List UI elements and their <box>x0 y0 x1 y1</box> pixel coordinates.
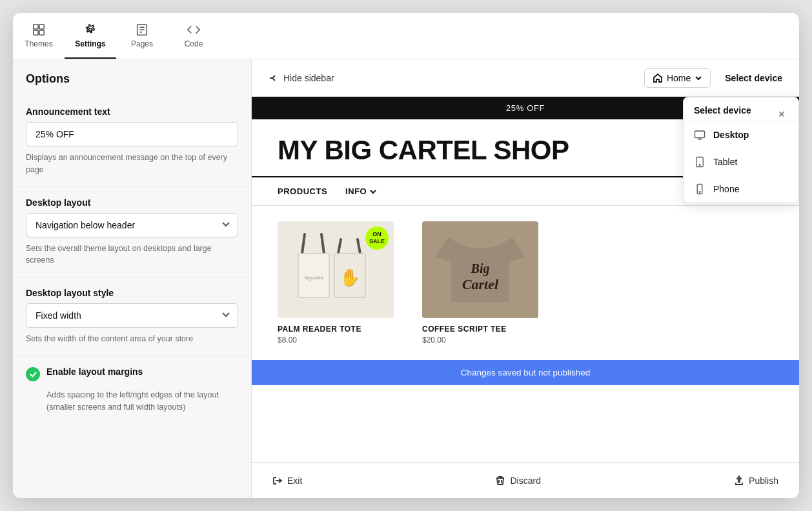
svg-text:Cartel: Cartel <box>462 276 499 292</box>
device-option-tablet-label: Tablet <box>713 157 737 167</box>
enable-margins-description: Adds spacing to the left/right edges of … <box>13 386 251 421</box>
exit-icon <box>272 476 283 486</box>
hide-sidebar-icon <box>269 73 279 83</box>
device-option-phone-label: Phone <box>713 184 739 194</box>
preview-toolbar: Hide sidebar Home Select device <box>252 59 799 97</box>
exit-label: Exit <box>287 476 302 486</box>
device-option-desktop[interactable]: Desktop <box>684 121 798 148</box>
svg-rect-2 <box>34 30 38 34</box>
product-image-tshirt: Big Cartel <box>422 221 538 318</box>
nav-item-settings[interactable]: Settings <box>65 13 116 59</box>
tablet-icon <box>694 156 705 168</box>
product-price-tote: $8.00 <box>278 336 407 345</box>
desktop-layout-select[interactable]: Navigation below header <box>26 213 238 237</box>
product-name-tote: PALM READER TOTE <box>278 325 407 334</box>
svg-text:bigcartel: bigcartel <box>304 276 323 281</box>
code-label: Code <box>185 39 203 48</box>
store-nav-info: INFO <box>345 186 377 196</box>
store-nav-products: PRODUCTS <box>278 186 327 196</box>
product-price-tshirt: $20.00 <box>422 336 551 345</box>
top-nav: Themes Settings Pages <box>13 13 799 59</box>
discard-icon <box>495 476 505 486</box>
app-window: Themes Settings Pages <box>13 13 799 498</box>
discard-label: Discard <box>510 476 540 486</box>
desktop-layout-style-wrapper: Fixed width <box>26 303 238 328</box>
changes-bar: Changes saved but not published <box>252 360 799 385</box>
page-selector[interactable]: Home <box>644 68 711 88</box>
svg-rect-3 <box>39 30 44 34</box>
themes-label: Themes <box>25 39 52 48</box>
product-name-tshirt: COFFEE SCRIPT TEE <box>422 325 551 334</box>
device-select-label: Select device <box>725 73 782 83</box>
discard-button[interactable]: Discard <box>485 470 551 491</box>
nav-item-code[interactable]: Code <box>168 13 219 59</box>
svg-rect-0 <box>34 24 38 28</box>
announcement-description: Displays an announcement message on the … <box>26 152 238 176</box>
svg-point-4 <box>89 28 92 31</box>
svg-line-23 <box>338 239 341 254</box>
on-sale-badge: ONSALE <box>365 226 389 250</box>
svg-line-19 <box>302 234 305 254</box>
page-selector-chevron-icon <box>695 74 702 82</box>
settings-icon <box>83 23 97 37</box>
preview-area: Hide sidebar Home Select device <box>252 59 799 498</box>
desktop-layout-description: Sets the overall theme layout on desktop… <box>26 243 238 267</box>
svg-point-16 <box>699 192 700 193</box>
enable-margins-label: Enable layout margins <box>46 366 143 377</box>
product-image-tote: bigcartel ✋ ONSALE <box>278 221 394 318</box>
svg-rect-10 <box>695 131 705 138</box>
sidebar: Options Announcement text Displays an an… <box>13 59 252 498</box>
publish-label: Publish <box>749 476 778 486</box>
nav-items: Themes Settings Pages <box>13 13 219 59</box>
device-dropdown: Select device × Desktop T <box>683 97 799 203</box>
dropdown-title: Select device <box>694 105 751 115</box>
checkbox-checked-icon <box>26 367 40 381</box>
desktop-layout-style-section: Desktop layout style Fixed width Sets th… <box>13 277 251 356</box>
svg-point-14 <box>699 165 700 166</box>
tshirt-svg: Big Cartel <box>429 225 532 315</box>
announcement-label: Announcement text <box>26 106 238 117</box>
publish-button[interactable]: Publish <box>724 470 789 491</box>
checkmark-icon <box>29 370 37 378</box>
device-option-desktop-label: Desktop <box>713 130 749 140</box>
nav-item-pages[interactable]: Pages <box>116 13 168 59</box>
nav-info-chevron-icon <box>369 188 377 195</box>
announcement-input[interactable] <box>26 122 238 146</box>
main-content: Options Announcement text Displays an an… <box>13 59 799 498</box>
store-nav-products-label: PRODUCTS <box>278 186 327 196</box>
bottom-toolbar: Exit Discard <box>252 462 799 498</box>
svg-line-24 <box>358 239 360 254</box>
dropdown-header: Select device × <box>684 97 798 121</box>
desktop-layout-style-description: Sets the width of the content area of yo… <box>26 333 238 345</box>
device-select-button[interactable]: Select device <box>718 69 789 87</box>
sidebar-header: Options <box>13 59 251 96</box>
sidebar-title: Options <box>26 72 238 86</box>
device-option-tablet[interactable]: Tablet <box>684 148 798 175</box>
exit-button[interactable]: Exit <box>262 470 312 491</box>
desktop-layout-section: Desktop layout Navigation below header S… <box>13 187 251 278</box>
svg-text:Big: Big <box>471 261 490 276</box>
pages-label: Pages <box>131 39 153 48</box>
svg-text:✋: ✋ <box>340 267 361 288</box>
pages-icon <box>135 23 149 37</box>
svg-line-20 <box>321 234 324 254</box>
desktop-layout-style-label: Desktop layout style <box>26 288 238 298</box>
hide-sidebar-button[interactable]: Hide sidebar <box>262 69 341 87</box>
desktop-layout-style-select[interactable]: Fixed width <box>26 303 238 328</box>
enable-margins-row[interactable]: Enable layout margins <box>13 356 251 386</box>
home-icon <box>653 73 663 83</box>
store-products: bigcartel ✋ ONSALE <box>252 206 799 360</box>
publish-icon <box>734 476 744 486</box>
product-card-tshirt: Big Cartel COFFEE SCRIPT TEE $20.00 <box>422 221 551 345</box>
product-card-tote: bigcartel ✋ ONSALE <box>278 221 407 345</box>
page-selector-label: Home <box>667 73 691 83</box>
svg-rect-1 <box>39 24 44 28</box>
announcement-section: Announcement text Displays an announceme… <box>13 96 251 187</box>
phone-icon <box>694 183 705 195</box>
close-dropdown-button[interactable]: × <box>773 105 791 123</box>
nav-item-themes[interactable]: Themes <box>13 13 65 59</box>
desktop-icon <box>694 129 705 141</box>
code-icon <box>187 23 201 37</box>
desktop-layout-select-wrapper: Navigation below header <box>26 213 238 237</box>
device-option-phone[interactable]: Phone <box>684 175 798 203</box>
